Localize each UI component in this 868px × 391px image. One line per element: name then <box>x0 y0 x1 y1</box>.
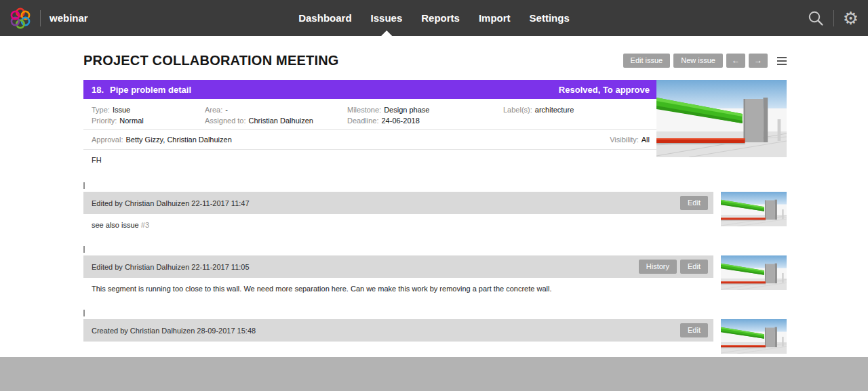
comment-header: Created by Christian Dalhuizen 28-09-201… <box>83 319 713 342</box>
app-logo-icon[interactable] <box>9 7 31 29</box>
nav-item-issues[interactable]: Issues <box>371 0 403 36</box>
active-tab-caret-icon <box>381 30 392 36</box>
issue-header-bar: 18.Pipe problem detail Resolved, To appr… <box>83 80 656 99</box>
approval-row: Approval:Betty Gizzy, Christian Dalhuize… <box>83 129 656 150</box>
comment-row: Edited by Christian Dalhuizen 22-11-2017… <box>83 192 787 237</box>
comment-model-thumbnail[interactable] <box>721 255 787 290</box>
settings-gear-icon[interactable]: ⚙ <box>843 9 859 27</box>
timeline-tick <box>83 310 85 316</box>
issue-toolbar: Edit issue New issue ← → <box>623 54 787 68</box>
main-content: PROJECT COLLABORATION MEETING Edit issue… <box>0 36 868 357</box>
comment-edit-button[interactable]: Edit <box>680 196 708 209</box>
comment-edit-button[interactable]: Edit <box>680 323 708 337</box>
comment-body <box>83 342 713 356</box>
comment-text: see also issue <box>92 221 141 229</box>
comment-model-thumbnail[interactable] <box>721 192 787 226</box>
comment-actions: Edit <box>680 196 708 209</box>
comment-main: Edited by Christian Dalhuizen 22-11-2017… <box>83 255 713 301</box>
brand-name: webinar <box>50 12 88 24</box>
issue-status-badge: Resolved, To approve <box>559 85 650 95</box>
comment-meta-text: Edited by Christian Dalhuizen 22-11-2017… <box>92 199 250 207</box>
issue-title-text: Pipe problem detail <box>110 85 191 95</box>
nav-item-issues-label: Issues <box>371 12 403 24</box>
comment-meta-text: Edited by Christian Dalhuizen 22-11-2017… <box>92 263 250 271</box>
search-icon[interactable] <box>807 9 825 27</box>
navbar-left: webinar <box>9 7 88 29</box>
comment-row: Edited by Christian Dalhuizen 22-11-2017… <box>83 255 787 301</box>
nav-item-settings[interactable]: Settings <box>530 0 570 36</box>
comment-text: This segment is running too close to thi… <box>92 285 551 293</box>
field-assigned-to: Assigned to:Christian Dalhuizen <box>205 117 347 125</box>
prev-issue-button[interactable]: ← <box>726 54 745 68</box>
main-navigation: Dashboard Issues Reports Import Settings <box>298 0 570 36</box>
title-row: PROJECT COLLABORATION MEETING Edit issue… <box>83 36 787 68</box>
issue-card-main: 18.Pipe problem detail Resolved, To appr… <box>83 80 656 173</box>
issue-card: 18.Pipe problem detail Resolved, To appr… <box>83 80 787 173</box>
comment-block: Edited by Christian Dalhuizen 22-11-2017… <box>83 246 787 301</box>
field-area: Area:- <box>205 106 347 114</box>
field-type: Type:Issue <box>92 106 205 114</box>
comment-main: Edited by Christian Dalhuizen 22-11-2017… <box>83 192 713 237</box>
top-navbar: webinar Dashboard Issues Reports Import … <box>0 0 868 36</box>
comment-block: Edited by Christian Dalhuizen 22-11-2017… <box>83 182 787 237</box>
comment-body: see also issue #3 <box>83 214 713 237</box>
list-menu-icon[interactable] <box>777 57 787 65</box>
issue-number: 18. <box>92 85 104 95</box>
issue-title: 18.Pipe problem detail <box>92 85 191 95</box>
timeline-tick <box>83 246 85 253</box>
field-labels: Label(s):architecture <box>503 106 650 114</box>
field-priority: Priority:Normal <box>92 117 205 125</box>
comment-meta-text: Created by Christian Dalhuizen 28-09-201… <box>92 327 256 335</box>
edit-issue-button[interactable]: Edit issue <box>623 54 671 67</box>
nav-item-import[interactable]: Import <box>479 0 511 36</box>
navbar-divider <box>833 10 834 26</box>
field-approval: Approval:Betty Gizzy, Christian Dalhuize… <box>92 136 232 144</box>
field-milestone: Milestone:Design phase <box>347 106 503 114</box>
comment-header: Edited by Christian Dalhuizen 22-11-2017… <box>83 192 713 214</box>
comment-actions: History Edit <box>639 260 708 273</box>
comment-actions: Edit <box>680 323 708 337</box>
comment-model-thumbnail[interactable] <box>721 319 787 354</box>
comment-edit-button[interactable]: Edit <box>680 260 708 273</box>
issue-model-thumbnail[interactable] <box>656 80 787 157</box>
nav-item-dashboard[interactable]: Dashboard <box>298 0 351 36</box>
navbar-right: ⚙ <box>807 9 859 27</box>
comment-body: This segment is running too close to thi… <box>83 278 713 301</box>
next-issue-button[interactable]: → <box>749 54 768 68</box>
comment-row: Created by Christian Dalhuizen 28-09-201… <box>83 319 787 356</box>
field-visibility: Visibility:All <box>610 136 650 144</box>
page-title: PROJECT COLLABORATION MEETING <box>83 53 339 68</box>
comment-block: Created by Christian Dalhuizen 28-09-201… <box>83 310 787 356</box>
timeline-tick <box>83 182 85 189</box>
issue-reference-link[interactable]: #3 <box>141 221 149 229</box>
bimcollab-webinar-screen: webinar Dashboard Issues Reports Import … <box>0 0 868 391</box>
field-deadline: Deadline:24-06-2018 <box>347 117 503 125</box>
nav-item-reports[interactable]: Reports <box>421 0 460 36</box>
issue-fields-grid: Type:Issue Area:- Milestone:Design phase… <box>83 99 656 129</box>
issue-description: FH <box>83 150 656 173</box>
navbar-divider <box>40 10 41 26</box>
comment-header: Edited by Christian Dalhuizen 22-11-2017… <box>83 255 713 278</box>
new-issue-button[interactable]: New issue <box>673 54 723 67</box>
comment-main: Created by Christian Dalhuizen 28-09-201… <box>83 319 713 356</box>
comment-history-button[interactable]: History <box>639 260 677 273</box>
